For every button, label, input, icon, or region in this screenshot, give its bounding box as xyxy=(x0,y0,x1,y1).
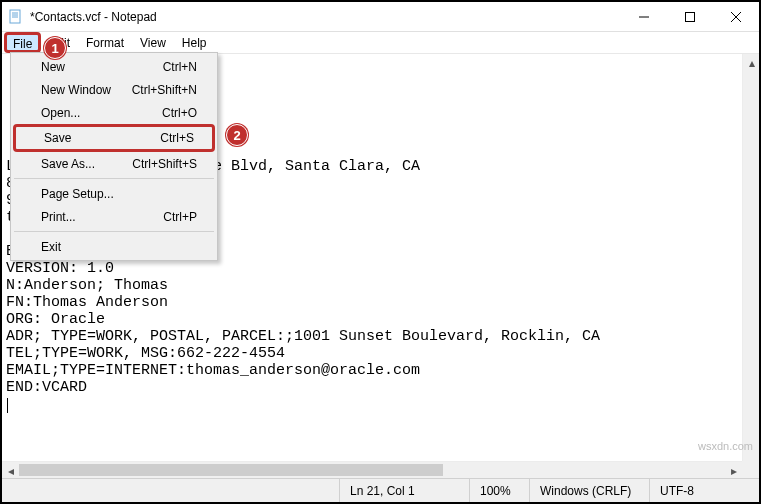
menu-item-label: Exit xyxy=(41,240,197,254)
annotation-callout-2: 2 xyxy=(226,124,248,146)
menu-item-save[interactable]: Save Ctrl+S xyxy=(13,124,215,152)
minimize-button[interactable] xyxy=(621,2,667,32)
title-bar: *Contacts.vcf - Notepad xyxy=(2,2,759,32)
menu-item-accel: Ctrl+S xyxy=(160,131,194,145)
menu-item-label: Save xyxy=(44,131,160,145)
menu-file[interactable]: File xyxy=(4,32,41,53)
scroll-right-icon[interactable]: ▸ xyxy=(725,462,742,478)
scroll-up-icon[interactable]: ▴ xyxy=(743,54,759,71)
status-spacer xyxy=(2,479,339,502)
menu-item-save-as[interactable]: Save As... Ctrl+Shift+S xyxy=(13,152,215,175)
menu-item-accel: Ctrl+Shift+S xyxy=(132,157,197,171)
scroll-left-icon[interactable]: ◂ xyxy=(2,462,19,478)
vertical-scrollbar[interactable]: ▴ ▾ xyxy=(742,54,759,478)
menu-item-accel: Ctrl+O xyxy=(162,106,197,120)
watermark: wsxdn.com xyxy=(698,440,753,452)
annotation-callout-1: 1 xyxy=(44,37,66,59)
status-line-ending: Windows (CRLF) xyxy=(529,479,649,502)
file-menu-dropdown: New Ctrl+N New Window Ctrl+Shift+N Open.… xyxy=(10,52,218,261)
status-zoom: 100% xyxy=(469,479,529,502)
menu-item-label: Print... xyxy=(41,210,163,224)
menu-item-label: Save As... xyxy=(41,157,132,171)
scroll-corner xyxy=(742,461,759,478)
window-title: *Contacts.vcf - Notepad xyxy=(30,10,157,24)
status-encoding: UTF-8 xyxy=(649,479,759,502)
menu-item-print[interactable]: Print... Ctrl+P xyxy=(13,205,215,228)
scroll-thumb[interactable] xyxy=(19,464,443,476)
horizontal-scrollbar[interactable]: ◂ ▸ xyxy=(2,461,742,478)
menu-item-label: Open... xyxy=(41,106,162,120)
menu-item-page-setup[interactable]: Page Setup... xyxy=(13,182,215,205)
status-bar: Ln 21, Col 1 100% Windows (CRLF) UTF-8 xyxy=(2,478,759,502)
app-icon xyxy=(8,9,24,25)
menu-format[interactable]: Format xyxy=(78,32,132,53)
status-line-col: Ln 21, Col 1 xyxy=(339,479,469,502)
menu-item-label: New Window xyxy=(41,83,132,97)
scroll-track[interactable] xyxy=(743,71,759,461)
menu-item-label: Page Setup... xyxy=(41,187,197,201)
menu-help[interactable]: Help xyxy=(174,32,215,53)
menu-item-new[interactable]: New Ctrl+N xyxy=(13,55,215,78)
menu-item-label: New xyxy=(41,60,163,74)
menu-item-exit[interactable]: Exit xyxy=(13,235,215,258)
close-button[interactable] xyxy=(713,2,759,32)
text-caret xyxy=(7,398,8,413)
menu-item-accel: Ctrl+Shift+N xyxy=(132,83,197,97)
scroll-track[interactable] xyxy=(19,462,725,478)
menu-view[interactable]: View xyxy=(132,32,174,53)
menu-separator xyxy=(14,178,214,179)
menu-item-accel: Ctrl+N xyxy=(163,60,197,74)
svg-rect-5 xyxy=(686,12,695,21)
menu-item-open[interactable]: Open... Ctrl+O xyxy=(13,101,215,124)
menu-bar: File Edit Format View Help xyxy=(2,32,759,54)
menu-separator xyxy=(14,231,214,232)
menu-item-accel: Ctrl+P xyxy=(163,210,197,224)
menu-item-new-window[interactable]: New Window Ctrl+Shift+N xyxy=(13,78,215,101)
maximize-button[interactable] xyxy=(667,2,713,32)
